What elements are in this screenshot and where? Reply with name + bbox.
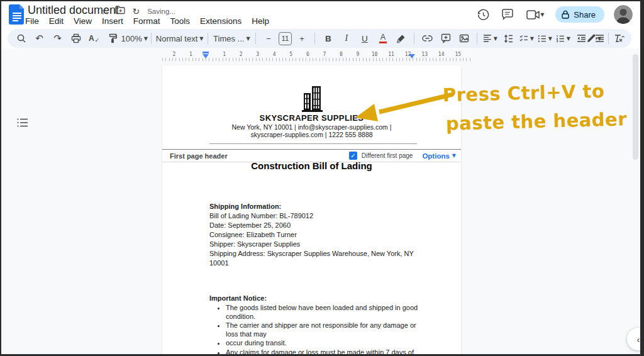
saving-status: Saving...: [147, 8, 175, 15]
font-caret-icon: ▼: [246, 36, 250, 42]
numbered-list-caret-icon: ▼: [567, 36, 570, 42]
checklist-caret-icon: ▼: [530, 36, 534, 42]
scrollbar-thumb[interactable]: [633, 54, 638, 160]
collapse-toolbar-icon[interactable]: ⌃: [614, 31, 631, 46]
ruler[interactable]: 21123456789101112131415: [0, 51, 644, 62]
options-caret-icon: ▼: [452, 153, 456, 159]
redo-icon[interactable]: ↷: [49, 31, 66, 46]
menu-item[interactable]: View: [74, 16, 92, 26]
video-call-icon[interactable]: ▼: [525, 7, 546, 22]
skyscraper-buildings-logo: [299, 85, 325, 116]
move-folder-icon[interactable]: [115, 6, 126, 17]
sync-saving-icon: ↻: [132, 6, 140, 16]
text-color-button[interactable]: A: [374, 31, 391, 46]
font-family-value: Times ...: [213, 34, 244, 43]
notice-bullet: The carrier and shipper are not responsi…: [226, 321, 419, 338]
document-body[interactable]: Shipping Information: Bill of Lading Num…: [209, 202, 418, 356]
menu-item[interactable]: Tools: [170, 16, 191, 26]
checklist-icon[interactable]: ▼: [518, 31, 535, 46]
first-line-indent-marker[interactable]: [203, 52, 209, 53]
ruler-number: 10: [372, 52, 378, 57]
undo-icon[interactable]: ↶: [31, 31, 48, 46]
share-button[interactable]: Share: [555, 6, 604, 23]
shipping-line: Shipper: Skyscraper Supplies: [209, 240, 418, 249]
paragraph-style-value: Normal text: [156, 34, 197, 43]
ruler-number: 9: [357, 52, 360, 57]
different-first-page-label[interactable]: Different first page: [362, 152, 413, 159]
menu-item[interactable]: Extensions: [200, 16, 242, 26]
bold-button[interactable]: B: [319, 31, 336, 46]
bullet-list-icon[interactable]: ▼: [536, 31, 553, 46]
notice-bullet: occur during transit.: [226, 339, 419, 348]
ruler-number: 8: [340, 52, 343, 57]
shipping-lines: Bill of Lading Number: BL-789012Date: Se…: [209, 211, 418, 268]
font-family-select[interactable]: Times ... ▼: [213, 31, 251, 46]
zoom-select[interactable]: 100% ▼: [122, 31, 147, 46]
star-icon[interactable]: ☆: [101, 6, 109, 17]
ruler-number: 13: [421, 52, 428, 57]
highlight-color-icon[interactable]: [392, 31, 409, 46]
first-page-header-bar: First page header ✓ Different first page…: [162, 149, 461, 162]
paragraph-style-select[interactable]: Normal text ▼: [156, 31, 203, 46]
font-size-input[interactable]: 11: [279, 32, 292, 45]
right-indent-marker[interactable]: [409, 54, 415, 58]
bullet-list-caret-icon: ▼: [548, 36, 552, 42]
ruler-number: 7: [323, 52, 326, 57]
ruler-number: 14: [438, 52, 445, 57]
options-label: Options: [422, 152, 449, 160]
ruler-number: 5: [289, 52, 292, 57]
paint-format-icon[interactable]: [104, 31, 121, 46]
editing-mode-caret-icon: ▼: [597, 36, 601, 42]
print-icon[interactable]: [67, 31, 84, 46]
avatar[interactable]: [614, 5, 633, 24]
notice-heading: Important Notice:: [209, 294, 418, 303]
docs-logo-svg: [9, 4, 25, 25]
notice-bullet-list: The goods listed below have been loaded …: [209, 304, 419, 356]
version-history-icon[interactable]: [475, 7, 491, 22]
shipping-heading: Shipping Information:: [209, 202, 418, 211]
ruler-number: 6: [306, 52, 309, 57]
align-caret-icon: ▼: [494, 36, 497, 42]
font-size-increase-button[interactable]: +: [293, 31, 310, 46]
underline-button[interactable]: U: [356, 31, 373, 46]
text-color-letter: A: [380, 34, 386, 41]
font-size-decrease-button[interactable]: −: [260, 31, 277, 46]
shipping-line: Shipping Address: Skyscraper Supplies Wa…: [209, 249, 418, 268]
numbered-list-icon[interactable]: ▼: [555, 31, 572, 46]
different-first-page-checkbox[interactable]: ✓: [349, 152, 357, 160]
menu-item[interactable]: File: [25, 16, 39, 26]
ruler-number: 4: [273, 52, 276, 57]
insert-image-icon[interactable]: [455, 31, 472, 46]
menu-item[interactable]: Insert: [102, 16, 123, 26]
toolbar-right-group: ▼ ⌃: [586, 29, 631, 48]
chevron-left-icon: ‹: [637, 334, 640, 345]
menu-item[interactable]: Format: [133, 16, 160, 26]
left-indent-marker[interactable]: [203, 54, 209, 58]
menu-item[interactable]: Edit: [49, 16, 64, 26]
company-address-line2: skyscraper-supplies.com | 1222 555 8888: [162, 131, 461, 138]
header-options-button[interactable]: Options ▼: [422, 152, 456, 160]
editing-mode-pencil-icon[interactable]: ▼: [586, 31, 602, 46]
header-divider-line: [209, 143, 417, 144]
align-icon[interactable]: ▼: [482, 31, 499, 46]
ruler-number: 2: [172, 52, 175, 57]
shipping-line: Date: September 25, 2060: [209, 221, 418, 230]
toolbar: ↶ ↷ A✓ 100% ▼ Normal text ▼: [8, 29, 631, 48]
document-outline-icon[interactable]: [15, 115, 30, 130]
first-page-header-label: First page header: [170, 152, 228, 160]
spellcheck-icon[interactable]: A✓: [86, 31, 103, 46]
search-icon[interactable]: [13, 31, 30, 46]
comments-icon[interactable]: [500, 7, 515, 22]
italic-button[interactable]: I: [338, 31, 355, 46]
add-comment-icon[interactable]: [437, 31, 454, 46]
menu-item[interactable]: Help: [252, 16, 269, 26]
text-color-bar: [379, 42, 387, 43]
lock-icon: [562, 10, 569, 19]
zoom-value: 100%: [121, 34, 142, 43]
video-call-caret-icon[interactable]: ▼: [540, 12, 544, 18]
link-icon[interactable]: [419, 31, 436, 46]
line-spacing-icon[interactable]: [500, 31, 517, 46]
top-bar: Untitled document ☆ ↻ Saving... FileEdit…: [0, 0, 644, 29]
style-caret-icon: ▼: [199, 36, 203, 42]
docs-logo-icon[interactable]: [9, 4, 25, 27]
